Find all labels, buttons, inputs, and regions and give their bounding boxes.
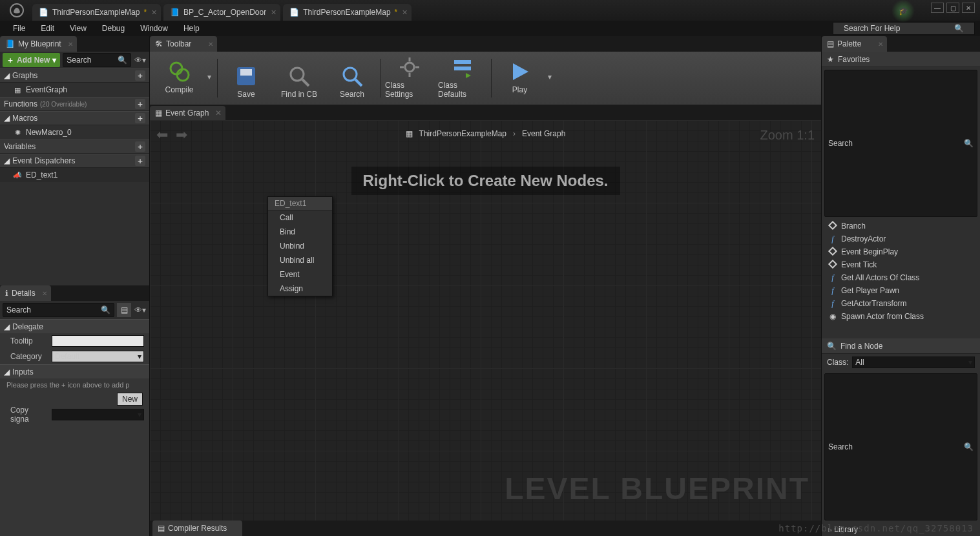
context-menu-unbind-all[interactable]: Unbind all <box>268 253 332 267</box>
close-button[interactable]: ✕ <box>962 3 975 13</box>
add-function-button[interactable]: ＋ <box>135 99 145 109</box>
functions-section-header[interactable]: Functions(20 Overridable)＋ <box>0 97 149 111</box>
menu-edit[interactable]: Edit <box>34 22 61 35</box>
palette-item-branch[interactable]: Branch <box>822 220 980 232</box>
inputs-category[interactable]: ◢ Inputs <box>0 364 149 378</box>
compiler-results-tab[interactable]: ▤ Compiler Results <box>152 521 242 536</box>
view-options-icon[interactable]: 👁▾ <box>134 54 147 67</box>
macro-item[interactable]: ✺NewMacro_0 <box>0 125 149 139</box>
add-graph-button[interactable]: ＋ <box>135 70 145 81</box>
close-icon[interactable]: ✕ <box>215 108 222 118</box>
close-icon[interactable]: ✕ <box>42 290 47 297</box>
add-variable-button[interactable]: ＋ <box>135 141 145 152</box>
context-menu-call[interactable]: Call <box>268 211 332 225</box>
context-menu: ED_text1 Call Bind Unbind Unbind all Eve… <box>267 196 333 296</box>
details-search-input[interactable]: Search🔍 <box>3 303 114 317</box>
find-in-cb-button[interactable]: Find in CB <box>275 55 324 101</box>
variables-section-header[interactable]: Variables＋ <box>0 139 149 154</box>
add-macro-button[interactable]: ＋ <box>135 113 145 123</box>
context-menu-unbind[interactable]: Unbind <box>268 239 332 253</box>
save-button[interactable]: Save <box>222 55 271 101</box>
graph-canvas[interactable]: ⬅ ➡ ▦ ThirdPersonExampleMap › Event Grap… <box>150 120 821 521</box>
graph-icon: ▦ <box>155 108 162 118</box>
document-tab-2[interactable]: 📄ThirdPersonExampleMap*✕ <box>283 4 412 21</box>
function-icon: f <box>828 286 837 296</box>
graph-icon: ▦ <box>406 129 413 138</box>
play-button[interactable]: Play ▾ <box>495 55 554 101</box>
graduation-cap-icon[interactable]: 🎓 <box>891 0 915 22</box>
class-settings-button[interactable]: Class Settings <box>385 55 434 101</box>
delegate-category[interactable]: ◢ Delegate <box>0 319 149 333</box>
favorites-header[interactable]: ★Favorites <box>822 52 980 67</box>
breadcrumb[interactable]: ▦ ThirdPersonExampleMap › Event Graph <box>406 129 566 138</box>
toolbar-tab[interactable]: 🛠 Toolbar ✕ <box>150 36 217 52</box>
context-menu-bind[interactable]: Bind <box>268 225 332 239</box>
add-dispatcher-button[interactable]: ＋ <box>135 156 145 166</box>
close-icon[interactable]: ✕ <box>402 8 408 17</box>
chevron-down-icon[interactable]: ▾ <box>546 72 554 81</box>
tooltip-input[interactable] <box>52 335 144 347</box>
palette-item-get-all-actors[interactable]: fGet All Actors Of Class <box>822 271 980 284</box>
add-new-button[interactable]: ＋ Add New ▾ <box>3 53 60 67</box>
compile-button[interactable]: Compile ▾ <box>155 55 213 101</box>
palette-item-destroy-actor[interactable]: fDestroyActor <box>822 232 980 245</box>
search-icon <box>340 65 364 88</box>
blueprint-icon: 📘 <box>5 39 15 48</box>
context-menu-title: ED_text1 <box>268 197 332 211</box>
event-graph-tab[interactable]: ▦ Event Graph ✕ <box>150 106 225 120</box>
new-input-button[interactable]: New <box>117 393 143 406</box>
help-search-input[interactable]: Search For Help🔍 <box>833 22 975 35</box>
palette-item-get-player-pawn[interactable]: fGet Player Pawn <box>822 284 980 297</box>
svg-rect-15 <box>454 67 471 70</box>
svg-rect-14 <box>454 60 471 64</box>
context-menu-assign[interactable]: Assign <box>268 282 332 296</box>
wrench-icon: 🛠 <box>155 39 163 48</box>
palette-item-event-tick[interactable]: Event Tick <box>822 258 980 271</box>
category-combobox[interactable]: Default▾ <box>52 351 144 362</box>
maximize-button[interactable]: ▢ <box>946 3 959 13</box>
menu-debug[interactable]: Debug <box>96 22 131 35</box>
class-filter-combobox[interactable]: All▾ <box>852 356 975 368</box>
context-menu-event[interactable]: Event <box>268 267 332 282</box>
find-node-header[interactable]: 🔍Find a Node <box>822 338 980 354</box>
macros-section-header[interactable]: ◢Macros＋ <box>0 111 149 125</box>
nav-forward-button[interactable]: ➡ <box>176 127 187 143</box>
property-matrix-button[interactable]: ▤ <box>117 303 131 317</box>
menu-file[interactable]: File <box>6 22 32 35</box>
menu-window[interactable]: Window <box>134 22 174 35</box>
event-dispatcher-item[interactable]: 📣ED_text1 <box>0 168 149 182</box>
close-icon[interactable]: ✕ <box>68 41 73 48</box>
copy-signature-combobox[interactable]: ▾ <box>52 409 144 420</box>
my-blueprint-tab[interactable]: 📘 My Blueprint ✕ <box>0 36 77 52</box>
details-tab[interactable]: ℹ Details ✕ <box>0 285 51 301</box>
search-button[interactable]: Search <box>328 55 377 101</box>
view-options-icon[interactable]: 👁▾ <box>134 304 147 316</box>
my-blueprint-search-input[interactable]: Search🔍 <box>63 53 131 67</box>
event-dispatchers-section-header[interactable]: ◢Event Dispatchers＋ <box>0 154 149 168</box>
palette-search-input[interactable]: Search🔍 <box>824 70 977 217</box>
chevron-down-icon[interactable]: ▾ <box>205 72 213 81</box>
minimize-button[interactable]: — <box>931 3 944 13</box>
palette-item-spawn-actor[interactable]: ◉Spawn Actor from Class <box>822 310 980 323</box>
close-icon[interactable]: ✕ <box>271 8 276 17</box>
close-icon[interactable]: ✕ <box>208 41 213 48</box>
document-tab-1[interactable]: 📘BP_C_Actor_OpenDoor✕ <box>163 4 280 21</box>
palette-item-event-beginplay[interactable]: Event BeginPlay <box>822 245 980 258</box>
close-icon[interactable]: ✕ <box>151 8 157 17</box>
canvas-hint: Right-Click to Create New Nodes. <box>351 167 620 195</box>
document-tab-0[interactable]: 📄ThirdPersonExampleMap*✕ <box>32 4 161 21</box>
graphs-section-header[interactable]: ◢Graphs＋ <box>0 68 149 83</box>
chevron-down-icon: ▾ <box>968 358 972 367</box>
nav-back-button[interactable]: ⬅ <box>156 127 168 143</box>
menu-view[interactable]: View <box>63 22 93 35</box>
class-defaults-button[interactable]: Class Defaults <box>438 55 487 101</box>
close-icon[interactable]: ✕ <box>878 41 883 48</box>
palette-item-get-actor-transform[interactable]: fGetActorTransform <box>822 297 980 310</box>
watermark-url: http://blog.csdn.net/qq_32758013 <box>778 523 974 533</box>
palette-tab[interactable]: ▤ Palette ✕ <box>822 36 887 52</box>
menu-help[interactable]: Help <box>177 22 206 35</box>
event-graph-item[interactable]: ▦EventGraph <box>0 83 149 97</box>
node-search-input[interactable]: Search🔍 <box>824 373 977 521</box>
svg-point-9 <box>405 63 414 72</box>
search-icon: 🔍 <box>101 305 110 314</box>
